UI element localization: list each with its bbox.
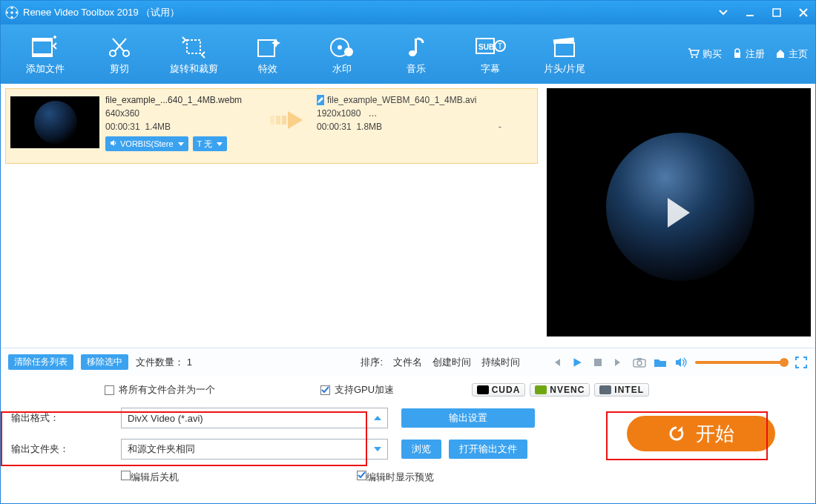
stop-button[interactable] (591, 356, 605, 369)
player-controls (542, 356, 815, 369)
play-button[interactable] (570, 356, 584, 369)
edit-icon[interactable] (317, 95, 324, 105)
svg-point-11 (110, 50, 116, 56)
gpu-chips: CUDA NVENC INTEL (472, 383, 649, 397)
tool-effects[interactable]: 特效 (231, 33, 305, 76)
sort-by-duration[interactable]: 持续时间 (481, 356, 520, 369)
output-settings-button[interactable]: 输出设置 (401, 408, 535, 428)
gpu-chip-cuda: CUDA (472, 383, 526, 397)
fullscreen-button[interactable] (794, 356, 808, 369)
buy-label: 购买 (703, 47, 722, 61)
tool-label: 片头/片尾 (527, 62, 602, 76)
register-link[interactable]: 注册 (732, 47, 765, 61)
preview-on-edit-checkbox[interactable]: 编辑时显示预览 (357, 471, 557, 484)
close-button[interactable] (796, 5, 811, 20)
dropdown-icon[interactable] (716, 5, 731, 20)
svg-point-3 (11, 16, 13, 19)
home-label: 主页 (789, 47, 808, 61)
svg-point-26 (691, 56, 694, 58)
sort-by-filename[interactable]: 文件名 (393, 356, 422, 369)
dest-duration-size: 00:00:31 1.8MB (317, 122, 472, 132)
shutdown-checkbox[interactable]: 编辑后关机 (121, 471, 388, 484)
dest-resolution: 1920x1080 … (317, 108, 472, 119)
music-note-icon (379, 33, 453, 62)
svg-rect-31 (282, 116, 286, 125)
sort-by-created[interactable]: 创建时间 (432, 356, 471, 369)
open-file-button[interactable] (654, 356, 667, 369)
merge-checkbox[interactable]: 将所有文件合并为一个 (105, 383, 215, 397)
clear-tasks-button[interactable]: 清除任务列表 (8, 354, 73, 370)
next-button[interactable] (612, 356, 625, 369)
browse-button[interactable]: 浏览 (401, 440, 441, 459)
title-bar: Renee Video Toolbox 2019 （试用） (1, 1, 815, 24)
refresh-icon (668, 425, 685, 442)
subtitle-track-dropdown[interactable]: T 无 (193, 136, 228, 151)
source-filename: file_example_...640_1_4MB.webm (105, 95, 260, 105)
svg-rect-28 (734, 53, 740, 58)
tool-music[interactable]: 音乐 (379, 33, 453, 76)
svg-point-27 (696, 56, 698, 58)
svg-point-4 (6, 12, 8, 14)
speaker-icon (110, 139, 117, 148)
source-info: file_example_...640_1_4MB.webm 640x360 0… (99, 93, 266, 159)
svg-rect-24 (555, 43, 574, 56)
svg-rect-10 (33, 53, 52, 56)
scissors-icon (82, 33, 157, 62)
tool-rotate-crop[interactable]: 旋转和裁剪 (157, 33, 231, 76)
crop-rotate-icon (157, 33, 231, 62)
source-thumbnail (10, 96, 99, 148)
start-button[interactable]: 开始 (627, 416, 775, 451)
snapshot-button[interactable] (633, 356, 646, 369)
tool-intro-outro[interactable]: 片头/片尾 (527, 33, 602, 76)
tool-add-file[interactable]: 添加文件 (8, 33, 82, 76)
play-overlay-icon (668, 198, 690, 228)
cart-icon (688, 48, 700, 61)
volume-icon[interactable] (674, 356, 688, 369)
task-list: file_example_...640_1_4MB.webm 640x360 0… (1, 84, 542, 348)
tool-label: 剪切 (82, 62, 157, 76)
output-panel: 将所有文件合并为一个 支持GPU加速 CUDA NVENC INTEL 输出格式… (1, 376, 815, 503)
task-row[interactable]: file_example_...640_1_4MB.webm 640x360 0… (5, 88, 538, 164)
prev-button[interactable] (550, 356, 563, 369)
open-output-button[interactable]: 打开输出文件 (449, 440, 527, 459)
tool-watermark[interactable]: 水印 (305, 33, 379, 76)
dest-filename: file_example_WEBM_640_1_4MB.avi (327, 95, 476, 105)
tool-subtitle[interactable]: SUBT 字幕 (453, 33, 527, 76)
svg-rect-7 (773, 9, 780, 16)
volume-slider[interactable] (695, 361, 787, 364)
svg-point-5 (16, 12, 18, 14)
main-toolbar: 添加文件 剪切 旋转和裁剪 特效 水印 音乐 SUBT 字幕 片头/片尾 购买 … (1, 24, 815, 84)
tool-label: 旋转和裁剪 (157, 62, 231, 76)
audio-codec-dropdown[interactable]: VORBIS(Stere (105, 136, 188, 151)
remove-selected-button[interactable]: 移除选中 (81, 354, 128, 370)
maximize-button[interactable] (769, 5, 784, 20)
arrow-icon (266, 93, 311, 159)
buy-link[interactable]: 购买 (688, 47, 722, 61)
svg-rect-30 (276, 116, 280, 125)
source-resolution: 640x360 (105, 108, 260, 119)
output-format-label: 输出格式： (11, 411, 108, 425)
register-label: 注册 (746, 47, 765, 61)
svg-point-17 (344, 47, 353, 56)
tool-label: 字幕 (453, 62, 527, 76)
gpu-chip-nvenc: NVENC (530, 383, 590, 397)
svg-rect-32 (594, 359, 602, 366)
file-count-label: 文件数量： 1 (136, 356, 192, 369)
watermark-icon (305, 33, 379, 62)
subtitle-icon: SUBT (453, 33, 527, 62)
tool-cut[interactable]: 剪切 (82, 33, 157, 76)
slate-icon (527, 33, 602, 62)
output-folder-dropdown[interactable]: 和源文件夹相同 (121, 439, 388, 460)
svg-rect-14 (258, 40, 274, 56)
output-format-dropdown[interactable]: DivX Video (*.avi) (121, 408, 388, 428)
svg-point-34 (637, 361, 642, 365)
source-duration-size: 00:00:31 1.4MB (105, 122, 260, 132)
lock-icon (732, 48, 743, 61)
svg-rect-29 (270, 116, 274, 125)
app-logo-icon (5, 6, 19, 19)
minimize-button[interactable] (743, 5, 757, 20)
tool-label: 特效 (231, 62, 305, 76)
home-link[interactable]: 主页 (775, 47, 808, 61)
preview-canvas[interactable] (547, 88, 811, 336)
gpu-checkbox[interactable]: 支持GPU加速 (320, 383, 394, 397)
